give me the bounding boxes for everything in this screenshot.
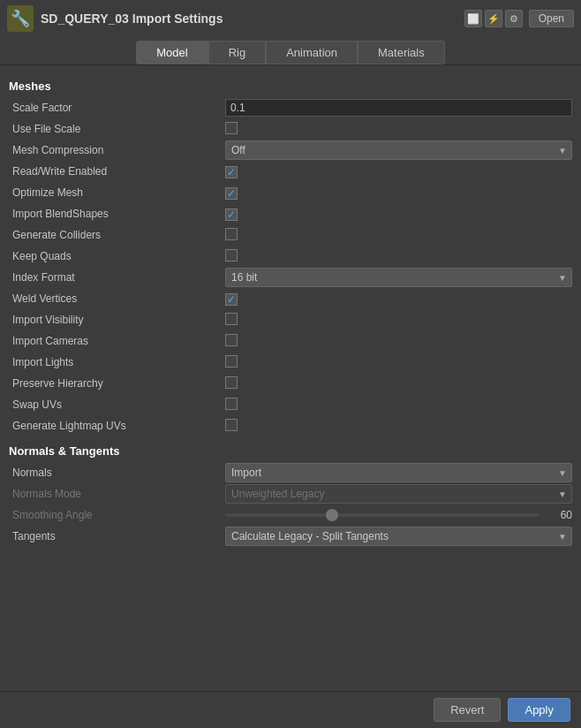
import-cameras-label: Import Cameras: [9, 335, 225, 347]
header: 🔧 SD_QUERY_03 Import Settings ⬜ ⚡ ⚙ Open…: [0, 0, 581, 65]
normals-mode-select[interactable]: Unweighted Legacy Unweighted Area Weight…: [225, 484, 572, 504]
swap-uvs-value: [225, 398, 572, 413]
import-visibility-row: Import Visibility: [9, 310, 572, 330]
use-file-scale-row: Use File Scale: [9, 119, 572, 139]
tangents-select-wrap: Import Calculate Tangent Space Calculate…: [225, 527, 572, 546]
keep-quads-label: Keep Quads: [9, 250, 225, 262]
generate-lightmap-uvs-label: Generate Lightmap UVs: [9, 420, 225, 432]
weld-vertices-checkbox[interactable]: [225, 293, 238, 306]
preserve-hierarchy-checkbox[interactable]: [225, 376, 238, 389]
import-cameras-checkbox[interactable]: [225, 334, 238, 346]
index-format-select[interactable]: Auto 16 bit 32 bit: [225, 268, 572, 287]
generate-colliders-label: Generate Colliders: [9, 229, 225, 241]
weld-vertices-row: Weld Vertices: [9, 289, 572, 308]
optimize-mesh-row: Optimize Mesh: [9, 183, 572, 202]
mesh-compression-select[interactable]: Off Low Medium High: [225, 140, 572, 160]
header-icon: 🔧: [7, 5, 34, 32]
import-lights-value: [225, 355, 572, 370]
import-lights-label: Import Lights: [9, 356, 225, 368]
scale-factor-input[interactable]: [225, 99, 572, 117]
tangents-label: Tangents: [9, 530, 225, 542]
header-row: 🔧 SD_QUERY_03 Import Settings ⬜ ⚡ ⚙ Open: [0, 0, 581, 37]
generate-lightmap-uvs-value: [225, 419, 572, 434]
bottom-bar: Revert Apply: [0, 691, 581, 728]
smoothing-angle-row: Smoothing Angle 60: [9, 505, 572, 525]
mesh-compression-select-wrap: Off Low Medium High ▼: [225, 140, 572, 160]
index-format-select-wrap: Auto 16 bit 32 bit ▼: [225, 268, 572, 287]
keep-quads-checkbox[interactable]: [225, 249, 238, 262]
generate-lightmap-uvs-checkbox[interactable]: [225, 419, 238, 431]
import-cameras-row: Import Cameras: [9, 331, 572, 351]
tangents-row: Tangents Import Calculate Tangent Space …: [9, 527, 572, 546]
smoothing-angle-display: 60: [546, 509, 572, 521]
import-blendshapes-value: [225, 208, 572, 221]
import-lights-row: Import Lights: [9, 353, 572, 372]
optimize-mesh-checkbox[interactable]: [225, 187, 238, 200]
header-title: SD_QUERY_03 Import Settings: [41, 11, 464, 26]
weld-vertices-value: [225, 292, 572, 306]
optimize-mesh-label: Optimize Mesh: [9, 186, 225, 199]
normals-mode-value: Unweighted Legacy Unweighted Area Weight…: [225, 484, 572, 504]
read-write-label: Read/Write Enabled: [9, 165, 225, 178]
weld-vertices-label: Weld Vertices: [9, 292, 225, 305]
revert-button[interactable]: Revert: [434, 698, 501, 722]
use-file-scale-checkbox[interactable]: [225, 122, 238, 134]
tab-model[interactable]: Model: [136, 41, 208, 64]
generate-lightmap-uvs-row: Generate Lightmap UVs: [9, 416, 572, 436]
smoothing-angle-slider-wrap: 60: [225, 509, 572, 521]
normals-mode-row: Normals Mode Unweighted Legacy Unweighte…: [9, 484, 572, 504]
smoothing-angle-label: Smoothing Angle: [9, 509, 225, 521]
normals-mode-label: Normals Mode: [9, 488, 225, 500]
generate-colliders-value: [225, 228, 572, 243]
content-area: Meshes Scale Factor Use File Scale Mesh …: [0, 65, 581, 694]
normals-select[interactable]: Import Calculate None: [225, 463, 572, 482]
index-format-label: Index Format: [9, 271, 225, 284]
normals-row: Normals Import Calculate None ▼: [9, 463, 572, 482]
mesh-compression-label: Mesh Compression: [9, 144, 225, 156]
normals-tangents-section-title: Normals & Tangents: [9, 444, 572, 458]
normals-select-wrap: Import Calculate None ▼: [225, 463, 572, 482]
open-button[interactable]: Open: [529, 10, 574, 27]
icon-btn-2[interactable]: ⚡: [485, 10, 502, 27]
read-write-checkbox[interactable]: [225, 166, 238, 178]
icon-btn-3[interactable]: ⚙: [505, 10, 523, 27]
normals-label: Normals: [9, 466, 225, 479]
generate-colliders-row: Generate Colliders: [9, 225, 572, 245]
keep-quads-value: [225, 249, 572, 264]
import-blendshapes-row: Import BlendShapes: [9, 204, 572, 224]
import-lights-checkbox[interactable]: [225, 355, 238, 368]
index-format-row: Index Format Auto 16 bit 32 bit ▼: [9, 268, 572, 287]
index-format-value: Auto 16 bit 32 bit ▼: [225, 268, 572, 287]
mesh-compression-value: Off Low Medium High ▼: [225, 140, 572, 160]
meshes-section-title: Meshes: [9, 80, 572, 93]
generate-colliders-checkbox[interactable]: [225, 228, 238, 240]
apply-button[interactable]: Apply: [508, 698, 570, 722]
mesh-compression-row: Mesh Compression Off Low Medium High ▼: [9, 140, 572, 160]
import-blendshapes-checkbox[interactable]: [225, 209, 238, 221]
swap-uvs-checkbox[interactable]: [225, 398, 238, 410]
import-visibility-value: [225, 313, 572, 328]
tangents-select[interactable]: Import Calculate Tangent Space Calculate…: [225, 527, 572, 546]
import-blendshapes-label: Import BlendShapes: [9, 208, 225, 220]
read-write-row: Read/Write Enabled: [9, 162, 572, 181]
tabs-row: Model Rig Animation Materials: [0, 37, 581, 64]
icon-btn-1[interactable]: ⬜: [464, 10, 482, 27]
keep-quads-row: Keep Quads: [9, 246, 572, 266]
swap-uvs-row: Swap UVs: [9, 395, 572, 414]
scale-factor-row: Scale Factor: [9, 98, 572, 118]
smoothing-angle-slider[interactable]: [225, 513, 539, 517]
swap-uvs-label: Swap UVs: [9, 398, 225, 411]
preserve-hierarchy-row: Preserve Hierarchy: [9, 374, 572, 393]
scale-factor-value: [225, 99, 572, 117]
import-visibility-checkbox[interactable]: [225, 313, 238, 325]
read-write-value: [225, 165, 572, 178]
tab-rig[interactable]: Rig: [208, 41, 267, 64]
preserve-hierarchy-label: Preserve Hierarchy: [9, 377, 225, 390]
tab-materials[interactable]: Materials: [358, 41, 445, 64]
tab-animation[interactable]: Animation: [266, 41, 358, 64]
normals-value: Import Calculate None ▼: [225, 463, 572, 482]
normals-mode-select-wrap: Unweighted Legacy Unweighted Area Weight…: [225, 484, 572, 504]
preserve-hierarchy-value: [225, 376, 572, 391]
use-file-scale-label: Use File Scale: [9, 123, 225, 135]
smoothing-angle-value: 60: [225, 509, 572, 521]
